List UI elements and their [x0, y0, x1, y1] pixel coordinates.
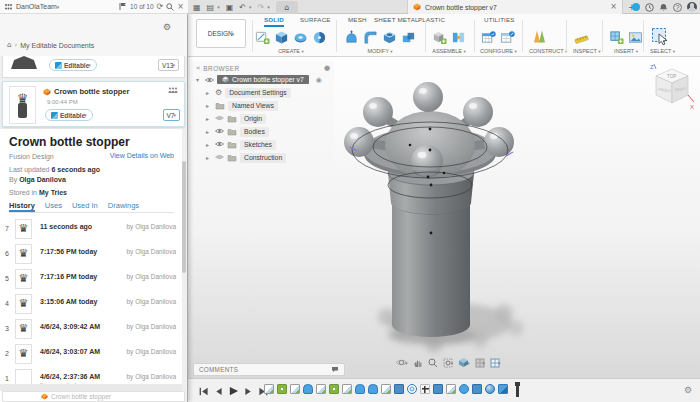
- visibility-eye-icon[interactable]: [215, 127, 224, 136]
- orbit-icon[interactable]: ▾: [396, 357, 408, 368]
- browser-node-sketches[interactable]: ▸ Sketches: [192, 138, 334, 151]
- timeline-feature-sketch-icon[interactable]: [381, 384, 391, 394]
- caret-right-icon[interactable]: ▸: [206, 89, 212, 96]
- timeline-feature-sphere-icon[interactable]: [485, 384, 495, 394]
- shell-icon[interactable]: [381, 29, 398, 46]
- close-panel-icon[interactable]: ×: [177, 2, 184, 12]
- browser-node-bodies[interactable]: ▸ Bodies: [192, 125, 334, 138]
- tab-history[interactable]: History: [9, 200, 35, 212]
- history-row[interactable]: 4♛3:15:06 AM todayby Olga Danilova: [0, 292, 182, 317]
- browser-filter-icon[interactable]: ●: [324, 64, 330, 72]
- group-label[interactable]: INSPECT: [573, 48, 597, 54]
- view-cube[interactable]: Z TOP FRONT RIGHT X: [646, 63, 698, 117]
- zoom-icon[interactable]: [428, 358, 438, 368]
- browser-node-origin[interactable]: ▸ Origin: [192, 112, 334, 125]
- settings-gear-icon[interactable]: ⚙: [163, 22, 171, 32]
- revolve-icon[interactable]: [311, 29, 328, 46]
- tab-drawings[interactable]: Drawings: [108, 200, 139, 212]
- caret-right-icon[interactable]: ▸: [206, 141, 212, 148]
- close-tab-icon[interactable]: ×: [610, 2, 617, 12]
- viewcube-top-face[interactable]: TOP: [667, 74, 676, 79]
- browser-node-document-settings[interactable]: ▸ ⚙ Document Settings: [192, 86, 334, 99]
- editable-status-pill[interactable]: Editable▾: [49, 59, 97, 71]
- timeline-feature-sketch-icon[interactable]: [446, 384, 456, 394]
- combine-icon[interactable]: [400, 29, 417, 46]
- chevron-down-icon[interactable]: ▾: [217, 4, 220, 10]
- timeline-feature-move-icon[interactable]: [420, 384, 430, 394]
- chevron-down-icon[interactable]: ▾: [249, 4, 252, 10]
- help-icon[interactable]: ?: [673, 3, 682, 12]
- team-name[interactable]: DanOlaTeam: [16, 3, 57, 10]
- job-status-flag-icon[interactable]: [119, 2, 127, 11]
- group-label[interactable]: INSERT: [614, 48, 634, 54]
- history-clock-icon[interactable]: [645, 3, 654, 12]
- step-forward-icon[interactable]: [244, 386, 253, 397]
- measure-icon[interactable]: [573, 29, 590, 46]
- node-label[interactable]: Construction: [240, 153, 286, 163]
- joint-icon[interactable]: [450, 29, 467, 46]
- caret-down-icon[interactable]: ▾: [196, 76, 202, 83]
- document-list-item-next[interactable]: Crown bottle stopper: [2, 391, 185, 402]
- group-label[interactable]: MODIFY: [367, 48, 388, 54]
- fit-icon[interactable]: ▾: [443, 358, 454, 368]
- grid-settings-icon[interactable]: ▾: [475, 358, 486, 368]
- timeline-feature-sketch-icon[interactable]: [290, 384, 300, 394]
- caret-right-icon[interactable]: ▸: [206, 115, 212, 122]
- comment-bubble-icon[interactable]: [331, 366, 339, 373]
- insert-image-icon[interactable]: [627, 29, 644, 46]
- extrude-icon[interactable]: [273, 29, 290, 46]
- visibility-eye-icon[interactable]: [215, 140, 224, 149]
- timeline-feature-combine-icon[interactable]: [498, 384, 508, 394]
- timeline-feature-revolve-icon[interactable]: [329, 384, 339, 394]
- browser-root-node[interactable]: ▾ Crown bottle stopper v7 ◉: [192, 73, 334, 86]
- node-label[interactable]: Origin: [240, 114, 266, 124]
- undo-icon[interactable]: ↶: [239, 3, 246, 12]
- timeline-feature-sweep-icon[interactable]: [459, 384, 469, 394]
- visibility-eye-icon[interactable]: [215, 153, 224, 162]
- timeline-feature-sketch-icon[interactable]: [342, 384, 352, 394]
- node-label[interactable]: Bodies: [240, 127, 269, 137]
- chevron-down-icon[interactable]: ▾: [267, 4, 270, 10]
- app-grid-icon[interactable]: ▦: [193, 3, 201, 12]
- ground-record-icon[interactable]: ◉: [316, 76, 322, 84]
- history-row[interactable]: 5♛7:17:16 PM todayby Olga Danilova: [0, 267, 182, 292]
- dashboard-home-tab[interactable]: ⌂: [276, 1, 298, 14]
- history-row[interactable]: 7♛11 seconds agoby Olga Danilova: [0, 217, 182, 242]
- history-row[interactable]: 3♛4/6/24, 3:09:42 AMby Olga Danilova: [0, 317, 182, 342]
- home-icon[interactable]: ⌂: [7, 41, 11, 49]
- collapse-panel-icon[interactable]: «: [196, 64, 200, 72]
- press-pull-icon[interactable]: [343, 29, 360, 46]
- timeline-feature-fillet-icon[interactable]: [303, 384, 313, 394]
- ribbon-tab-plastic[interactable]: PLASTIC: [418, 14, 445, 25]
- chevron-down-icon[interactable]: ▾: [57, 4, 60, 10]
- refresh-icon[interactable]: ⟳: [157, 2, 164, 12]
- timeline-feature-sketch-icon[interactable]: [316, 384, 326, 394]
- caret-right-icon[interactable]: ▸: [206, 154, 212, 161]
- group-label[interactable]: CREATE: [278, 48, 300, 54]
- comments-bar[interactable]: COMMENTS: [193, 363, 345, 376]
- configuration-table-icon[interactable]: [480, 29, 497, 46]
- workspace-selector[interactable]: DESIGN▾: [196, 19, 246, 48]
- timeline-feature-pattern-icon[interactable]: [407, 384, 417, 394]
- history-row[interactable]: 2♛4/6/24, 3:03:07 AMby Olga Danilova: [0, 342, 182, 367]
- browser-node-named-views[interactable]: ▸ Named Views: [192, 99, 334, 112]
- ribbon-tab-mesh[interactable]: MESH: [348, 14, 367, 25]
- file-menu-icon[interactable]: ▤: [207, 3, 215, 12]
- timeline-settings-gear-icon[interactable]: ⚙: [684, 385, 692, 395]
- node-label[interactable]: Document Settings: [225, 88, 290, 98]
- select-icon[interactable]: [650, 26, 670, 46]
- breadcrumb-label[interactable]: My Editable Documents: [20, 42, 94, 49]
- group-label[interactable]: ASSEMBLE: [432, 48, 462, 54]
- configure-theme-icon[interactable]: [499, 29, 516, 46]
- insert-mesh-icon[interactable]: [608, 29, 625, 46]
- history-row[interactable]: 6♛7:17:56 PM todayby Olga Danilova: [0, 242, 182, 267]
- timeline-feature-revolve-icon[interactable]: [277, 384, 287, 394]
- timeline-feature-fillet-icon[interactable]: [355, 384, 365, 394]
- notifications-bell-icon[interactable]: [659, 3, 668, 12]
- user-avatar[interactable]: [687, 2, 697, 12]
- ribbon-tab-utilities[interactable]: UTILITIES: [484, 14, 515, 25]
- ribbon-tab-surface[interactable]: SURFACE: [300, 14, 331, 25]
- node-label[interactable]: Sketches: [240, 140, 276, 150]
- display-settings-icon[interactable]: ▾: [458, 357, 470, 368]
- version-selector[interactable]: V7▾: [163, 109, 180, 121]
